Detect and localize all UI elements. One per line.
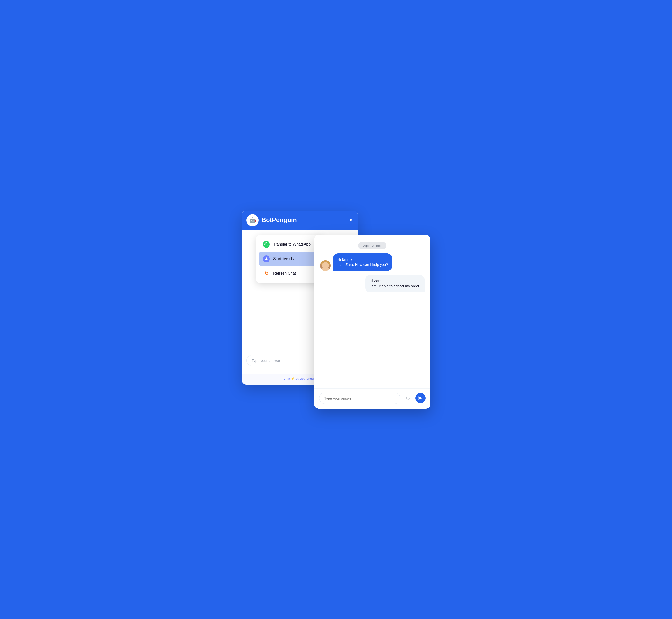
- dropdown-item-live-chat[interactable]: Start live chat: [259, 252, 321, 266]
- chat-input-field[interactable]: [319, 393, 400, 404]
- user-message-row: Hi Zara!I am unable to cancel my order.: [320, 275, 425, 292]
- bot-logo: 🤖: [246, 214, 259, 226]
- user-icon: [263, 256, 270, 262]
- chat-input-area: ☺: [314, 389, 430, 409]
- close-button[interactable]: ✕: [349, 218, 353, 223]
- dropdown-item-refresh[interactable]: ↻ Refresh Chat: [259, 266, 321, 281]
- back-input-placeholder: Type your answer: [252, 358, 280, 362]
- menu-dots-icon: ⋮: [341, 217, 346, 223]
- chat-messages: Agent Joined Hi Emma!I am Zara. How can …: [314, 235, 430, 389]
- send-icon: [418, 396, 423, 400]
- agent-message-row: Hi Emma!I am Zara. How can I help you?: [320, 253, 425, 271]
- close-icon: ✕: [349, 217, 353, 223]
- outer-container: 🤖 BotPenguin ⋮ ✕: [242, 211, 430, 409]
- emoji-button[interactable]: ☺: [403, 394, 413, 403]
- header-icons: ⋮ ✕: [341, 218, 353, 223]
- widget-header: 🤖 BotPenguin ⋮ ✕: [242, 211, 358, 230]
- refresh-icon: ↻: [263, 270, 270, 277]
- user-message-text: Hi Zara!I am unable to cancel my order.: [370, 279, 420, 288]
- refresh-label: Refresh Chat: [273, 271, 296, 276]
- brand-name: BotPenguin: [261, 216, 338, 224]
- dropdown-menu: Transfer to WhatsApp Start live chat: [256, 235, 324, 283]
- whatsapp-icon: [263, 241, 270, 248]
- live-chat-label: Start live chat: [273, 257, 297, 261]
- user-bubble: Hi Zara!I am unable to cancel my order.: [365, 275, 425, 292]
- agent-message-text: Hi Emma!I am Zara. How can I help you?: [338, 257, 388, 267]
- agent-avatar: [320, 260, 331, 271]
- menu-dots-button[interactable]: ⋮: [341, 218, 346, 223]
- bot-logo-emoji: 🤖: [249, 217, 256, 223]
- widget-front: Agent Joined Hi Emma!I am Zara. How can …: [314, 235, 430, 409]
- dropdown-item-whatsapp[interactable]: Transfer to WhatsApp: [259, 237, 321, 252]
- agent-joined-badge: Agent Joined: [358, 242, 386, 250]
- send-button[interactable]: [415, 393, 426, 403]
- footer-text: Chat ⚡ by BotPenguin: [283, 377, 316, 381]
- whatsapp-label: Transfer to WhatsApp: [273, 242, 311, 247]
- agent-bubble: Hi Emma!I am Zara. How can I help you?: [333, 253, 392, 271]
- emoji-icon: ☺: [405, 395, 411, 401]
